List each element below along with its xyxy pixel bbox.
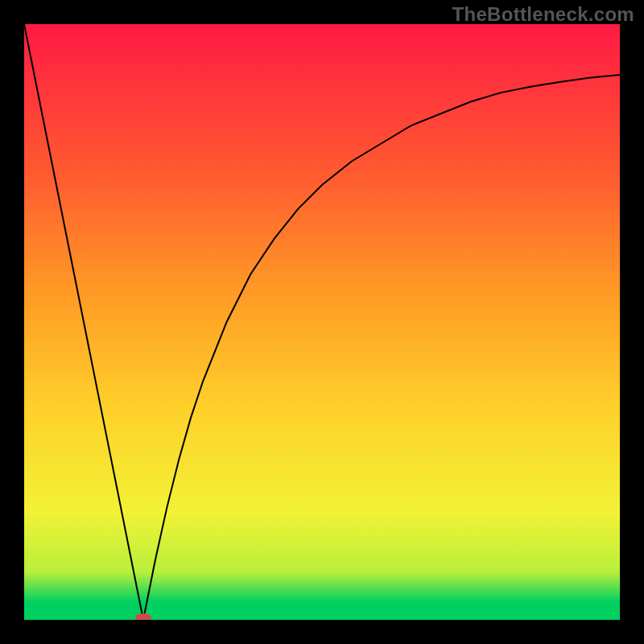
chart-frame: TheBottleneck.com	[0, 0, 644, 644]
curve-plot	[24, 24, 620, 620]
plot-area	[24, 24, 620, 620]
bottleneck-curve	[24, 24, 620, 620]
valley-marker	[135, 613, 151, 620]
watermark-text: TheBottleneck.com	[452, 3, 634, 26]
